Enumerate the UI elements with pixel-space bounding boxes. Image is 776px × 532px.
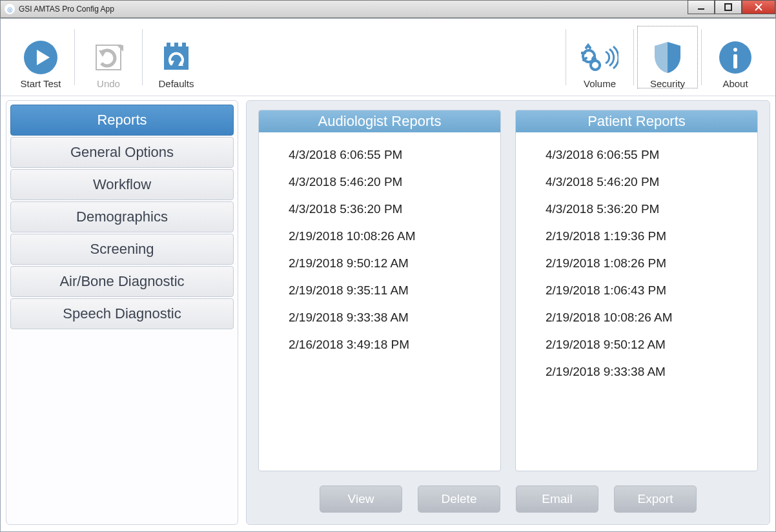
undo-label: Undo [97,78,120,89]
sidebar-item-general-options[interactable]: General Options [10,137,234,168]
content-area: Audiologist Reports 4/3/2018 6:06:55 PM … [246,100,770,525]
view-label: View [348,492,374,506]
audiologist-reports-header: Audiologist Reports [259,110,500,132]
volume-label: Volume [584,78,616,89]
email-button[interactable]: Email [516,486,598,513]
list-item[interactable]: 4/3/2018 5:36:20 PM [546,196,755,223]
undo-icon [88,37,129,78]
list-item[interactable]: 4/3/2018 5:46:20 PM [546,169,755,196]
sidebar-item-label: Speech Diagnostic [63,305,181,322]
email-label: Email [542,492,573,506]
start-test-button[interactable]: Start Test [8,24,73,90]
sidebar-item-label: Demographics [76,209,168,225]
toolbar: Start Test Undo Defaults [1,19,775,96]
svg-rect-9 [164,46,189,70]
delete-label: Delete [442,492,477,506]
info-icon [715,37,756,78]
sidebar-item-demographics[interactable]: Demographics [10,201,234,232]
svg-rect-10 [167,43,170,49]
window-maximize-button[interactable] [715,0,742,14]
list-item[interactable]: 4/3/2018 6:06:55 PM [289,141,498,169]
patient-reports-header: Patient Reports [516,110,757,132]
main-area: Reports General Options Workflow Demogra… [1,96,775,531]
view-button[interactable]: View [320,486,402,513]
window-titlebar: ◎ GSI AMTAS Pro Config App [0,0,776,18]
undo-button[interactable]: Undo [76,24,141,90]
defaults-button[interactable]: Defaults [144,24,209,90]
security-button[interactable]: Security [635,24,700,90]
patient-reports-list: 4/3/2018 6:06:55 PM 4/3/2018 5:46:20 PM … [516,132,757,388]
list-item[interactable]: 2/19/2018 9:50:12 AM [289,250,498,277]
window-title: GSI AMTAS Pro Config App [19,5,688,14]
list-item[interactable]: 2/19/2018 9:33:38 AM [546,358,755,385]
list-item[interactable]: 2/16/2018 3:49:18 PM [289,331,498,358]
delete-button[interactable]: Delete [418,486,500,513]
svg-rect-0 [698,8,704,10]
svg-rect-11 [174,43,178,49]
svg-rect-16 [733,48,737,52]
list-item[interactable]: 4/3/2018 5:36:20 PM [289,196,498,223]
volume-button[interactable]: Volume [567,24,632,90]
sidebar: Reports General Options Workflow Demogra… [6,100,238,525]
export-label: Export [638,492,673,506]
sidebar-item-screening[interactable]: Screening [10,234,234,265]
window-close-button[interactable] [742,0,775,14]
sidebar-item-label: General Options [70,144,174,161]
sidebar-item-label: Workflow [93,176,151,193]
list-item[interactable]: 2/19/2018 9:35:11 AM [289,277,498,304]
about-label: About [722,78,748,89]
list-item[interactable]: 2/19/2018 9:50:12 AM [546,331,755,358]
volume-icon [579,37,620,78]
sidebar-item-workflow[interactable]: Workflow [10,169,234,200]
sidebar-item-air-bone-diagnostic[interactable]: Air/Bone Diagnostic [10,266,234,297]
sidebar-item-label: Reports [97,112,147,128]
start-test-label: Start Test [20,78,61,89]
sidebar-item-speech-diagnostic[interactable]: Speech Diagnostic [10,298,234,329]
about-button[interactable]: About [703,24,768,90]
security-label: Security [650,78,685,89]
list-item[interactable]: 2/19/2018 10:08:26 AM [546,304,755,331]
sidebar-item-label: Screening [90,241,154,258]
export-button[interactable]: Export [614,486,697,513]
list-item[interactable]: 2/19/2018 9:33:38 AM [289,304,498,331]
window-minimize-button[interactable] [688,0,715,14]
sidebar-item-reports[interactable]: Reports [10,105,234,136]
list-item[interactable]: 4/3/2018 6:06:55 PM [546,141,755,169]
defaults-label: Defaults [158,78,194,89]
audiologist-reports-list: 4/3/2018 6:06:55 PM 4/3/2018 5:46:20 PM … [259,132,500,361]
play-icon [20,37,61,78]
action-bar: View Delete Email Export [258,471,758,513]
app-window: Start Test Undo Defaults [0,18,776,532]
list-item[interactable]: 2/19/2018 1:08:26 PM [546,250,755,277]
sidebar-item-label: Air/Bone Diagnostic [59,273,184,290]
list-item[interactable]: 2/19/2018 10:08:26 AM [289,223,498,250]
svg-rect-17 [733,54,737,68]
svg-marker-8 [99,50,107,57]
list-item[interactable]: 2/19/2018 1:19:36 PM [546,223,755,250]
svg-rect-12 [182,43,186,49]
audiologist-reports-panel: Audiologist Reports 4/3/2018 6:06:55 PM … [258,110,501,471]
list-item[interactable]: 2/19/2018 1:06:43 PM [546,277,755,304]
patient-reports-panel: Patient Reports 4/3/2018 6:06:55 PM 4/3/… [515,110,758,471]
list-item[interactable]: 4/3/2018 5:46:20 PM [289,169,498,196]
shield-icon [647,37,688,78]
app-icon: ◎ [5,4,15,14]
svg-rect-1 [725,4,731,10]
defaults-icon [156,37,197,78]
